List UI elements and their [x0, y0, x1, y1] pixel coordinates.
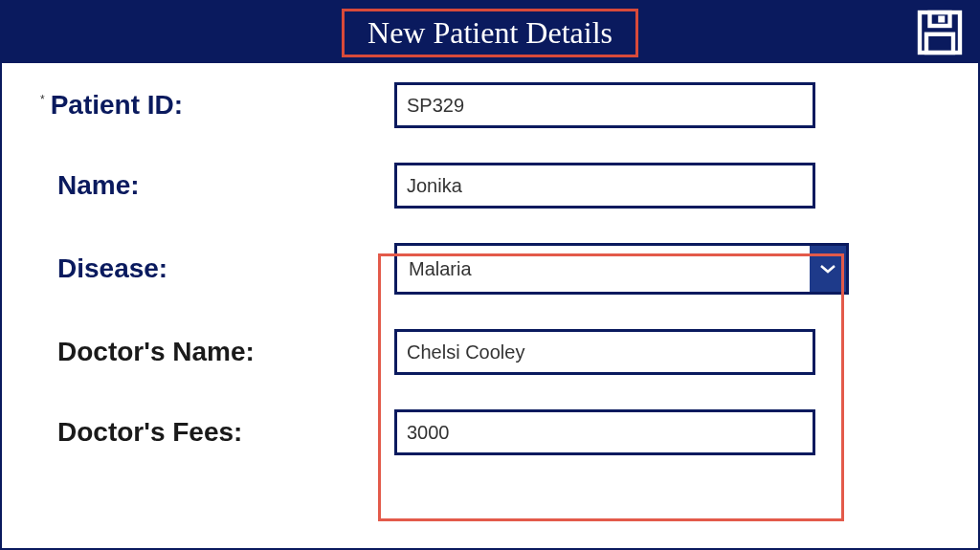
disease-select[interactable]: Malaria	[394, 243, 849, 295]
svg-rect-3	[926, 34, 953, 53]
doctor-name-input-cell	[394, 329, 930, 375]
doctor-name-row: Doctor's Name:	[40, 329, 930, 375]
name-input[interactable]	[394, 163, 815, 209]
doctor-fees-row: Doctor's Fees:	[40, 409, 930, 455]
page-header: New Patient Details	[2, 2, 978, 63]
doctor-fees-label-cell: Doctor's Fees:	[40, 417, 394, 448]
save-icon	[913, 6, 967, 59]
name-input-cell	[394, 163, 930, 209]
disease-row: Disease: Malaria	[40, 243, 930, 295]
doctor-name-label: Doctor's Name:	[57, 337, 255, 367]
disease-select-arrow	[810, 246, 846, 292]
patient-id-input[interactable]	[394, 82, 815, 128]
doctor-fees-label: Doctor's Fees:	[57, 417, 242, 448]
form-container: * Patient ID: Name: Disease: Malaria	[2, 63, 978, 509]
patient-id-label-cell: * Patient ID:	[40, 90, 394, 121]
doctor-name-label-cell: Doctor's Name:	[40, 337, 394, 367]
disease-input-cell: Malaria	[394, 243, 930, 295]
disease-label: Disease:	[57, 253, 167, 284]
doctor-fees-input[interactable]	[394, 409, 815, 455]
svg-rect-2	[938, 16, 945, 23]
name-label-cell: Name:	[40, 170, 394, 201]
patient-id-label: Patient ID:	[51, 90, 183, 121]
disease-label-cell: Disease:	[40, 253, 394, 284]
save-button[interactable]	[913, 6, 967, 59]
doctor-fees-input-cell	[394, 409, 930, 455]
doctor-name-input[interactable]	[394, 329, 815, 375]
patient-id-input-cell	[394, 82, 930, 128]
name-label: Name:	[57, 170, 140, 201]
chevron-down-icon	[819, 263, 836, 275]
patient-id-row: * Patient ID:	[40, 82, 930, 128]
disease-select-value: Malaria	[397, 258, 810, 280]
required-asterisk: *	[40, 93, 45, 106]
title-container: New Patient Details	[342, 9, 638, 57]
name-row: Name:	[40, 163, 930, 209]
page-title: New Patient Details	[368, 15, 612, 50]
